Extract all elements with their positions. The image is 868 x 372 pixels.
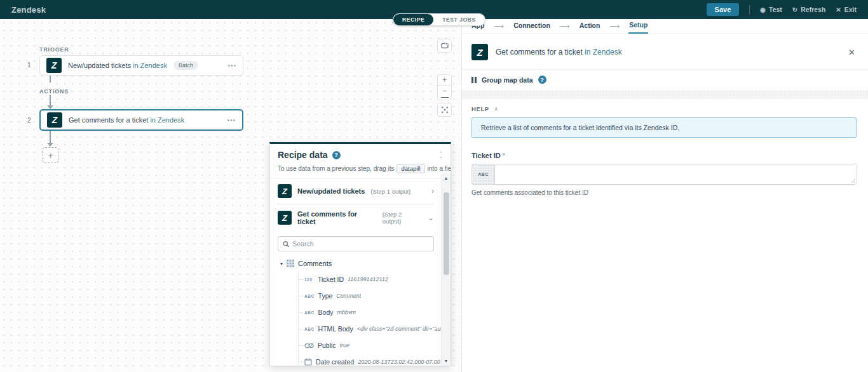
question-glyph: ? [540,77,544,83]
reset-view-icon [441,43,449,49]
reset-view-button[interactable] [437,39,452,53]
datapill-html-body[interactable]: ABC HTML Body <div class="zd-comment" di… [280,321,451,337]
datapill-search [278,236,434,251]
search-input[interactable] [292,240,429,248]
zoom-out-button[interactable]: − [438,86,451,96]
panel-app-text: in Zendesk [585,48,622,56]
zendesk-glyph: Z [282,187,287,196]
source-step-2[interactable]: Z Get comments for ticket (Step 2 output… [270,204,451,231]
scroll-down-icon[interactable]: ▼ [444,356,449,366]
refresh-button[interactable]: ↻ Refresh [792,6,826,13]
help-icon[interactable]: ? [332,151,341,159]
recipe-data-header: Recipe data ? ⌃ ⌄ To use data from a pre… [270,144,451,178]
action-title-text: Get comments for a ticket [69,116,148,124]
scroll-thumb[interactable] [444,192,449,275]
field-type-tag: ABC [471,164,494,185]
step-setup-panel: App ⟶ Connection ⟶ Action ⟶ Setup Z Get … [462,19,868,372]
recipe-editor: Zendesk Save ◉ Test ↻ Refresh ✕ Exit REC… [0,0,868,372]
chevron-down-icon[interactable]: ⌄ [428,213,434,222]
breadcrumb-connection[interactable]: Connection [513,19,551,33]
batch-badge: Batch [173,61,198,70]
collapse-help-icon[interactable]: ∧ [494,106,498,112]
collapse-panel-icon[interactable]: ⌃ ⌄ [439,152,443,158]
recipe-data-panel: Recipe data ? ⌃ ⌄ To use data from a pre… [269,142,451,366]
zoom-in-button[interactable]: + [438,75,451,85]
group-map-data-label: Group map data [482,76,533,84]
zendesk-icon: Z [278,211,292,225]
datapill-body[interactable]: ABC Body mbbvm [280,304,451,321]
zendesk-icon: Z [278,184,292,198]
datapill-label: Ticket ID [318,276,344,283]
datapill-type[interactable]: ABC Type Comment [280,288,451,304]
connector-line [50,76,51,83]
plus-icon: + [48,150,53,161]
tree-tick [298,362,304,362]
tree-tick [298,296,304,296]
exit-icon: ✕ [836,6,841,13]
tree-tick [298,329,304,329]
datapill-label: Type [318,292,333,300]
datapill-label: HTML Body [318,325,353,333]
datapill-sample-value: mbbvm [337,309,356,316]
ticket-id-input[interactable] [495,164,857,184]
zoom-controls: + − [437,74,452,100]
datapill-sample-value: 1161991412112 [348,276,388,282]
trigger-app-text: in Zendesk [133,62,167,69]
refresh-icon: ↻ [792,6,797,13]
arrow-right-icon: ⟶ [560,22,570,30]
datapill-label: Date created [316,358,354,366]
help-text: Retrieve a list of comments for a ticket… [481,124,679,131]
source-meta: (Step 1 output) [370,188,410,195]
step-number-1: 1 [27,62,31,69]
trigger-step-card[interactable]: Z New/updated tickets in Zendesk Batch •… [39,55,243,76]
action-step-card[interactable]: Z Get comments for a ticket in Zendesk •… [39,109,243,131]
ticket-id-input-wrap [494,164,857,185]
test-label: Test [769,6,782,13]
text-tag-icon: ABC [304,327,315,331]
chevron-right-icon[interactable]: › [431,187,434,196]
trigger-step-menu-icon[interactable]: ••• [227,62,236,69]
datapill-ticket-id[interactable]: 123 Ticket ID 1161991412112 [280,271,451,288]
datapill-sample-value: 2020-08-13T23:02:42.000-07:00 [358,359,440,365]
group-map-data-toggle[interactable]: Group map data ? [462,70,868,90]
close-icon[interactable]: ✕ [848,48,855,57]
action-step-menu-icon[interactable]: ••• [227,117,236,124]
panel-title-text: Get comments for a ticket [496,48,583,56]
datapill-date-created[interactable]: Date created 2020-08-13T23:02:42.000-07:… [280,354,451,366]
datapill-label: Public [318,342,336,349]
tree-node-comments[interactable]: ▾ Comments [280,258,451,271]
trigger-title-text: New/updated tickets [68,62,131,69]
source-name: New/updated tickets [297,187,365,195]
search-icon [283,241,289,248]
ticket-id-label: Ticket ID * [462,138,868,164]
refresh-label: Refresh [801,6,825,13]
hint-suffix: into a field [428,165,451,172]
source-step-1[interactable]: Z New/updated tickets (Step 1 output) › [270,178,451,204]
zendesk-glyph: Z [282,213,287,223]
help-icon[interactable]: ? [538,76,546,84]
tab-test-jobs[interactable]: TEST JOBS [433,14,485,25]
tab-recipe[interactable]: RECIPE [393,14,433,25]
zendesk-glyph: Z [52,115,58,125]
exit-button[interactable]: ✕ Exit [836,6,857,13]
required-mark: * [503,152,505,159]
test-button[interactable]: ◉ Test [760,6,782,13]
trigger-step-title: New/updated tickets in Zendesk [68,62,167,69]
actions-section-label: ACTIONS [39,88,69,95]
datapill-sample-value: <div class="zd-comment" dir="auto">mbi [357,326,451,332]
panel-divider-band [462,90,868,99]
save-button[interactable]: Save [707,3,740,16]
tree-tick [298,345,304,346]
scroll-up-icon[interactable]: ▲ [444,173,449,183]
scrollbar[interactable]: ▲ ▼ [441,173,451,366]
text-tag-icon: ABC [304,294,315,298]
breadcrumb-action[interactable]: Action [579,19,601,33]
datapill-tree: ▾ Comments 123 Ticket ID 1161991412112 [270,258,451,366]
zendesk-icon: Z [46,58,62,73]
fit-screen-button[interactable] [437,103,452,117]
recipe-title: Zendesk [11,5,46,15]
breadcrumb-setup[interactable]: Setup [628,18,648,34]
add-step-button[interactable]: + [43,147,58,163]
setup-panel-title: Get comments for a ticket in Zendesk [496,48,622,56]
datapill-public[interactable]: Public true [280,337,451,354]
